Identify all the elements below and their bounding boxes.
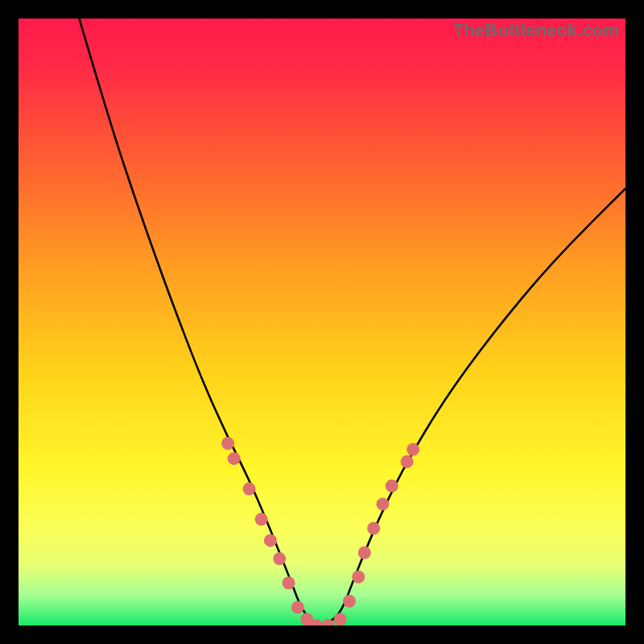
sample-point — [283, 576, 295, 589]
sample-point — [343, 595, 356, 608]
chart-svg — [19, 19, 625, 625]
chart-background — [19, 19, 625, 625]
sample-point — [386, 480, 398, 493]
watermark-text: TheBottleneck.com — [453, 20, 619, 41]
sample-point — [401, 455, 414, 468]
sample-point — [221, 437, 234, 450]
sample-point — [255, 513, 268, 526]
sample-point — [352, 571, 365, 584]
sample-point — [407, 443, 419, 456]
sample-point — [273, 552, 286, 565]
sample-point — [376, 497, 389, 510]
chart-frame: TheBottleneck.com — [16, 16, 628, 628]
sample-point — [243, 482, 256, 495]
plot-area: TheBottleneck.com — [19, 19, 625, 625]
sample-point — [291, 601, 304, 613]
sample-point — [358, 547, 371, 559]
sample-point — [334, 613, 347, 625]
sample-point — [264, 534, 277, 547]
sample-point — [367, 522, 380, 535]
sample-point — [228, 452, 241, 465]
